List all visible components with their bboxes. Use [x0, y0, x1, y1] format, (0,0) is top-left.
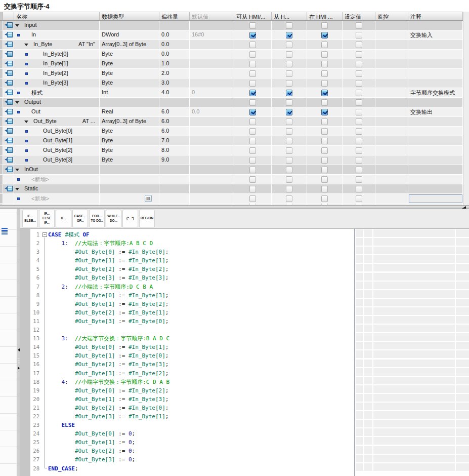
name-cell[interactable]: In_Byte[0] [14, 50, 100, 59]
default-value-cell[interactable] [190, 59, 234, 69]
column-header[interactable]: 名称 [14, 12, 100, 20]
hmi-visible-checkbox[interactable] [321, 176, 328, 183]
code-line[interactable]: 14 #Out_Byte[0] := #In_Byte[1]; [20, 343, 354, 351]
hmi-from-checkbox[interactable] [286, 147, 292, 154]
code-line[interactable]: 17 #Out_Byte[3] := #In_Byte[2]; [20, 369, 354, 378]
name-cell[interactable]: Static [14, 184, 100, 194]
hmi-visible-checkbox[interactable] [321, 167, 328, 173]
column-header[interactable]: 从 H... [272, 12, 307, 20]
datatype-cell[interactable]: ▤ [100, 194, 159, 204]
code-line[interactable]: 16 #Out_Byte[2] := #In_Byte[3]; [20, 360, 354, 369]
default-value-cell[interactable]: 0 [190, 88, 234, 98]
var-row[interactable]: OutReal6.00.0交换输出 [0, 107, 469, 117]
var-row[interactable]: Out_Byte[1]Byte7.0 [0, 136, 469, 146]
var-row[interactable]: In_Byte[3]Byte3.0 [0, 78, 469, 88]
datatype-cell[interactable]: DWord [100, 30, 159, 40]
comment-cell[interactable] [408, 136, 463, 146]
var-row[interactable]: In_Byte[2]Byte2.0 [0, 69, 469, 78]
var-row[interactable]: <新增>▤ [0, 194, 469, 204]
snippet-button[interactable]: IF... ELSE... [22, 210, 38, 227]
comment-cell[interactable] [408, 146, 463, 155]
expand-triangle-icon[interactable] [15, 101, 19, 104]
hmi-from-checkbox[interactable] [286, 195, 292, 202]
var-row[interactable]: InOut [0, 165, 469, 175]
var-row[interactable]: 模式Int4.00字节顺序交换模式 [0, 88, 469, 98]
hmi-visible-checkbox[interactable] [321, 157, 328, 164]
column-header[interactable]: 可从 HMI/... [234, 12, 272, 20]
datatype-cell[interactable]: Byte [100, 155, 159, 165]
hmi-visible-checkbox[interactable] [321, 138, 328, 144]
comment-cell[interactable] [408, 184, 463, 194]
expand-triangle-icon[interactable] [15, 169, 19, 171]
name-cell[interactable]: Out_Byte[1] [14, 136, 100, 146]
hmi-from-checkbox[interactable] [286, 157, 292, 164]
name-cell[interactable]: <新增> [14, 194, 100, 204]
default-value-cell[interactable] [190, 175, 234, 184]
code-line[interactable]: 21 #Out_Byte[2] := #In_Byte[0]; [20, 404, 354, 412]
hmi-accessible-checkbox[interactable] [249, 138, 256, 144]
name-cell[interactable]: Out_ByteAT ... [14, 117, 100, 127]
comment-cell[interactable]: 交换输出 [408, 107, 463, 117]
hmi-from-checkbox[interactable] [286, 109, 292, 115]
name-cell[interactable]: Out_Byte[0] [14, 127, 100, 136]
code-line[interactable]: 12 [20, 326, 354, 334]
datatype-cell[interactable] [100, 165, 159, 175]
expand-triangle-icon[interactable] [24, 121, 28, 123]
column-header[interactable]: 数据类型 [100, 12, 159, 20]
hmi-from-checkbox[interactable] [286, 80, 292, 87]
var-row[interactable]: Output [0, 98, 469, 107]
code-line[interactable]: 18 4: //小端字节交换：字节顺序:C D A B [20, 378, 354, 386]
hmi-accessible-checkbox[interactable] [249, 22, 256, 29]
comment-cell[interactable] [408, 175, 463, 184]
datatype-cell[interactable]: Int [100, 88, 159, 98]
collapse-left-icon[interactable] [18, 348, 20, 351]
column-header[interactable]: 默认值 [190, 12, 234, 20]
snippet-button[interactable]: CASE... OF... [72, 210, 88, 227]
setpoint-checkbox[interactable] [356, 99, 362, 106]
code-line[interactable]: 7 2: //小端法：字节顺序:D C B A [20, 283, 354, 291]
comment-cell[interactable] [408, 40, 463, 50]
table-scrollbar[interactable] [463, 12, 469, 205]
column-header[interactable]: 在 HMI ... [307, 12, 343, 20]
hmi-from-checkbox[interactable] [286, 22, 292, 29]
hmi-from-checkbox[interactable] [286, 70, 292, 77]
name-cell[interactable]: In_Byte[2] [14, 69, 100, 78]
hmi-visible-checkbox[interactable] [321, 186, 328, 192]
datatype-cell[interactable] [100, 21, 159, 30]
setpoint-checkbox[interactable] [356, 147, 362, 154]
setpoint-checkbox[interactable] [356, 42, 362, 48]
code-line[interactable]: 6 #Out_Byte[3] := #In_Byte[3]; [20, 273, 354, 282]
code-line[interactable]: 2 1: //大端法：字节顺序:A B C D [20, 239, 354, 248]
default-value-cell[interactable] [190, 78, 234, 88]
hmi-visible-checkbox[interactable] [321, 51, 328, 58]
hmi-from-checkbox[interactable] [286, 51, 292, 58]
hmi-visible-checkbox[interactable] [321, 90, 328, 96]
hmi-accessible-checkbox[interactable] [249, 109, 256, 115]
default-value-cell[interactable] [190, 146, 234, 155]
name-cell[interactable]: Out_Byte[3] [14, 155, 100, 165]
default-value-cell[interactable] [190, 194, 234, 204]
name-cell[interactable]: 模式 [14, 88, 100, 98]
scl-editor[interactable]: − 1CASE #模式 OF2 1: //大端法：字节顺序:A B C D3 #… [20, 229, 469, 476]
code-line[interactable]: 4 #Out_Byte[1] := #In_Byte[1]; [20, 256, 354, 265]
default-value-cell[interactable] [190, 50, 234, 59]
comment-cell[interactable] [408, 117, 463, 127]
hmi-visible-checkbox[interactable] [321, 128, 328, 135]
code-line[interactable]: 15 #Out_Byte[1] := #In_Byte[0]; [20, 351, 354, 360]
setpoint-checkbox[interactable] [356, 61, 362, 67]
hmi-accessible-checkbox[interactable] [249, 118, 256, 125]
setpoint-checkbox[interactable] [356, 195, 362, 202]
snippet-button[interactable]: REGION [139, 210, 155, 227]
code-line[interactable]: 9 #Out_Byte[1] := #In_Byte[2]; [20, 300, 354, 308]
default-value-cell[interactable] [190, 98, 234, 107]
hmi-accessible-checkbox[interactable] [249, 80, 256, 87]
code-line[interactable]: 26 #Out_Byte[2] := 0; [20, 447, 354, 455]
snippet-button[interactable]: (*...*) [122, 210, 138, 227]
datatype-cell[interactable] [100, 184, 159, 194]
snippet-button[interactable]: IF... ELSE IF... [39, 210, 55, 227]
datatype-cell[interactable]: Byte [100, 59, 159, 69]
default-value-cell[interactable] [190, 184, 234, 194]
setpoint-checkbox[interactable] [356, 118, 362, 125]
setpoint-checkbox[interactable] [356, 109, 362, 115]
hmi-from-checkbox[interactable] [286, 61, 292, 67]
